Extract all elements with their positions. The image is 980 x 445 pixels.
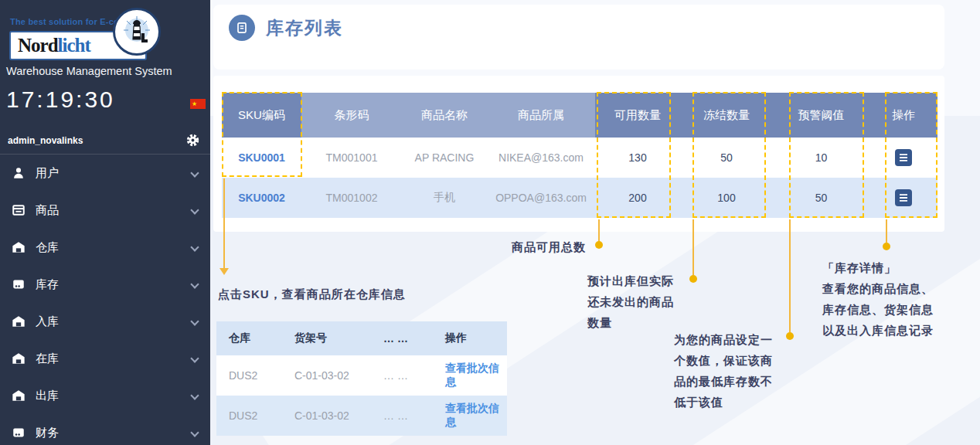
sidebar-item-inventory[interactable]: 库存 (0, 266, 210, 303)
subtable-header-warehouse: 仓库 (216, 331, 282, 345)
product-name-cell: AP RACING (402, 138, 487, 178)
subtable-row: DUS2 C-01-03-02 … … 查看批次信息 (216, 355, 507, 396)
sidebar-item-instock[interactable]: 在库 (0, 340, 210, 377)
owner-cell: OPPOA@163.com (487, 178, 595, 218)
sku-callout-line (223, 178, 225, 268)
user-row: admin_novalinks (0, 128, 210, 155)
wms-screen: The best solution for E-commerce Nordlic… (0, 0, 980, 445)
inventory-detail-button[interactable] (895, 149, 912, 166)
sidebar-item-finance[interactable]: 财务 (0, 414, 210, 445)
inbound-icon (12, 314, 26, 328)
sidebar-item-label: 用户 (36, 166, 59, 181)
annotation-line: 「库存详情」 (822, 257, 934, 278)
annotation-line: 以及出入库信息记录 (822, 320, 934, 341)
column-header-frozen: 冻结数量 (680, 93, 773, 138)
sku-link[interactable]: SKU0002 (238, 192, 285, 204)
annotation-line: 预计出库但实际 (587, 270, 674, 291)
warehouse-subtable: 仓库 货架号 … … 操作 DUS2 C-01-03-02 … … 查看批次信息… (216, 321, 507, 436)
column-header-sku: SKU编码 (222, 93, 301, 138)
table-row: SKU0002 TM001002 手机 OPPOA@163.com 200 10… (222, 178, 937, 218)
threshold-callout-line (789, 219, 791, 332)
inventory-detail-button[interactable] (895, 189, 912, 206)
inventory-icon (12, 277, 26, 291)
goods-icon (12, 203, 26, 217)
sku-callout-arrow (219, 268, 229, 275)
china-flag-icon[interactable]: ★ (190, 99, 206, 109)
table-row: SKU0001 TM001001 AP RACING NIKEA@163.com… (222, 138, 937, 178)
threshold-annotation: 为您的商品设定一 个数值，保证该商 品的最低库存数不 低于该值 (674, 329, 773, 413)
annotation-line: 查看您的商品信息、 (822, 278, 934, 299)
annotation-line: 还未发出的商品 (587, 291, 674, 312)
column-header-owner: 商品所属 (487, 93, 595, 138)
shelf-cell: C-01-03-02 (282, 369, 371, 382)
annotation-line: 为您的商品设定一 (674, 329, 773, 350)
frozen-annotation: 预计出库但实际 还未发出的商品 数量 (587, 270, 674, 333)
threshold-cell: 10 (773, 138, 869, 178)
sidebar-item-label: 出库 (36, 389, 59, 403)
sku-link[interactable]: SKU0001 (238, 151, 285, 164)
available-annotation: 商品可用总数 (512, 236, 586, 257)
chevron-down-icon (190, 428, 199, 437)
view-batch-link[interactable]: 查看批次信息 (445, 402, 499, 428)
subtable-header-more: … … (371, 332, 433, 345)
available-qty-cell: 130 (595, 138, 680, 178)
frozen-qty-cell: 50 (680, 138, 773, 178)
view-batch-link[interactable]: 查看批次信息 (445, 362, 499, 388)
subtable-header-row: 仓库 货架号 … … 操作 (216, 321, 507, 355)
frozen-qty-cell: 100 (680, 178, 773, 218)
column-header-actions: 操作 (869, 93, 937, 138)
threshold-callout-dot (786, 332, 794, 340)
sidebar-item-users[interactable]: 用户 (0, 155, 210, 192)
inventory-table: SKU编码 条形码 商品名称 商品所属 可用数量 冻结数量 预警阈值 操作 SK… (222, 93, 937, 218)
gear-icon[interactable] (186, 134, 199, 150)
annotation-line: 低于该值 (674, 392, 773, 413)
available-qty-cell: 200 (595, 178, 680, 218)
frozen-callout-dot (689, 275, 697, 283)
subtable-row: DUS2 C-01-03-02 … … 查看批次信息 (216, 396, 507, 436)
sidebar-item-inbound[interactable]: 入库 (0, 303, 210, 340)
column-header-available: 可用数量 (595, 93, 680, 138)
sidebar-item-label: 入库 (36, 314, 59, 329)
product-name-cell: 手机 (402, 178, 487, 218)
sku-annotation: 点击SKU，查看商品所在仓库信息 (218, 284, 406, 304)
column-header-barcode: 条形码 (301, 93, 402, 138)
sidebar-item-label: 仓库 (36, 240, 59, 255)
column-header-threshold: 预警阈值 (773, 93, 869, 138)
annotation-line: 库存信息、货架信息 (822, 299, 934, 320)
username: admin_novalinks (8, 135, 83, 146)
lighthouse-logo-icon (113, 8, 161, 56)
subtable-header-shelf: 货架号 (282, 331, 371, 345)
table-header-row: SKU编码 条形码 商品名称 商品所属 可用数量 冻结数量 预警阈值 操作 (222, 93, 937, 138)
finance-icon (12, 426, 26, 440)
warehouse-icon (12, 240, 26, 254)
chevron-down-icon (190, 391, 199, 399)
available-callout-dot (595, 241, 603, 249)
sidebar-item-warehouse[interactable]: 仓库 (0, 229, 210, 266)
action-annotation: 「库存详情」 查看您的商品信息、 库存信息、货架信息 以及出入库信息记录 (822, 257, 934, 341)
page-header-card: 库存列表 (213, 5, 944, 70)
system-subtitle: Warehouse Management System (6, 65, 172, 77)
logo-text: Nordlicht (18, 35, 90, 56)
sidebar-item-outbound[interactable]: 出库 (0, 377, 210, 414)
sidebar-item-label: 库存 (36, 277, 59, 292)
inventory-list-icon (229, 15, 255, 41)
chevron-down-icon (190, 280, 199, 288)
user-icon (12, 166, 26, 180)
sidebar-menu: 用户 商品 仓库 库存 (0, 155, 210, 445)
annotation-line: 品的最低库存数不 (674, 371, 773, 392)
sidebar-item-label: 在库 (36, 352, 59, 366)
sidebar: The best solution for E-commerce Nordlic… (0, 0, 210, 445)
threshold-cell: 50 (773, 178, 869, 218)
instock-icon (12, 352, 26, 365)
outbound-icon (12, 389, 26, 403)
owner-cell: NIKEA@163.com (487, 138, 595, 178)
action-callout-line (886, 219, 887, 243)
sidebar-item-label: 财务 (36, 426, 59, 440)
subtable-header-actions: 操作 (433, 331, 507, 345)
chevron-down-icon (190, 243, 199, 251)
sidebar-item-goods[interactable]: 商品 (0, 192, 210, 229)
action-callout-dot (883, 243, 890, 250)
barcode-cell: TM001002 (301, 178, 402, 218)
chevron-down-icon (190, 354, 199, 362)
sidebar-item-label: 商品 (36, 203, 59, 218)
